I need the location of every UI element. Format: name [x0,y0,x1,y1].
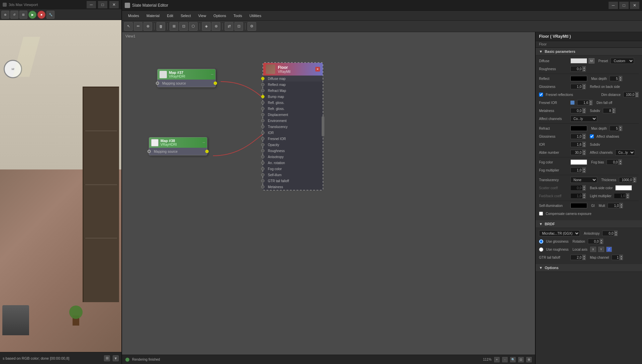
prop-refract-max-depth-input[interactable]: 5 [610,126,619,131]
prop-dim-dist-input[interactable]: 100,0 [623,92,635,97]
prop-roughness-up[interactable]: ▲ [582,66,586,69]
node-floor-close[interactable]: ✕ [315,67,320,72]
app-close-btn[interactable]: ✕ [630,2,639,9]
prop-fresnel-ior-up[interactable]: ▲ [589,100,593,103]
menu-edit[interactable]: Edit [164,12,177,19]
prop-rotation-input[interactable]: 0,0 [588,239,600,244]
prop-rotation-down[interactable]: ▼ [600,241,603,244]
prop-subdiv-up[interactable]: ▲ [612,108,616,111]
prop-mult-up[interactable]: ▲ [620,203,623,206]
prop-subdiv-down[interactable]: ▼ [612,111,616,113]
tool-arrows[interactable]: ⇄ [225,22,233,31]
viewport-tool-btn-2[interactable]: ↺ [10,11,18,19]
prop-refract-max-depth-down[interactable]: ▼ [619,128,622,131]
prop-roughness-input[interactable]: 0,0 [570,66,582,72]
prop-y-btn[interactable]: Y [598,247,604,252]
tool-delete[interactable]: 🗑 [156,22,165,31]
prop-glossiness-refract-up[interactable]: ▲ [582,134,586,136]
app-minimize-btn[interactable]: ─ [609,2,618,9]
viewport-tool-btn-1[interactable]: ⊕ [1,11,9,19]
menu-modes[interactable]: Modes [125,12,142,19]
floor-node-scrollbar[interactable] [322,116,324,136]
prop-roughness-down[interactable]: ▼ [582,69,586,72]
prop-compensate-checkbox[interactable] [539,212,543,216]
section-basic-header[interactable]: ▼ Basic parameters [536,48,642,55]
viewport-minimize-btn[interactable]: ─ [87,1,96,8]
prop-fog-bias-up[interactable]: ▲ [619,159,622,162]
tool-grid[interactable]: ⊞ [170,22,178,31]
prop-gtr-input[interactable]: 2,0 [570,255,582,260]
prop-max-depth-down[interactable]: ▼ [619,79,622,81]
section-brdf-header[interactable]: ▼ BRDF [536,220,642,228]
section-options-header[interactable]: ▼ Options [536,264,642,272]
tool-select-arrow[interactable]: ↖ [124,22,133,31]
viewport-tool-btn-3[interactable]: ⊞ [19,11,27,19]
tool-pencil[interactable]: ✏ [134,22,142,31]
prop-glossiness-refract-down[interactable]: ▼ [582,136,586,139]
prop-anisotropy-up[interactable]: ▲ [614,231,618,233]
zoom-out-btn[interactable]: - [502,357,508,362]
prop-map-channel-input[interactable]: 1 [612,255,620,260]
prop-microfacet-dropdown[interactable]: Microfac...TR (GGX) [539,230,580,236]
prop-anisotropy-input[interactable]: 0,0 [602,231,614,236]
prop-abbe-down[interactable]: ▼ [582,152,586,155]
prop-diffuse-m-btn[interactable]: M [588,58,595,64]
tool-hex[interactable]: ⬡ [189,22,198,31]
prop-glossiness-refract-input[interactable]: 1,0 [570,134,582,139]
stop-render-btn[interactable]: ■ [37,11,45,19]
menu-view[interactable]: View [195,12,210,19]
search-btn[interactable]: 🔍 [510,357,516,362]
prop-back-side-color-swatch[interactable] [615,185,632,191]
prop-ior-down[interactable]: ▼ [582,144,586,147]
prop-fog-bias-down[interactable]: ▼ [619,162,622,165]
prop-anisotropy-down[interactable]: ▼ [614,233,618,236]
prop-refract-max-depth-up[interactable]: ▲ [619,126,622,128]
prop-glossiness-reflect-input[interactable]: 1,0 [570,84,582,89]
settings-btn[interactable]: ⚙ [526,357,532,362]
prop-gtr-up[interactable]: ▲ [582,255,586,257]
menu-material[interactable]: Material [143,12,163,19]
zoom-in-btn[interactable]: + [494,357,500,362]
menu-select[interactable]: Select [177,12,194,19]
prop-thickness-down[interactable]: ▼ [633,180,636,183]
menu-utilities[interactable]: Utilities [246,12,264,19]
tool-gear[interactable]: ⚙ [247,22,256,31]
prop-affect-shadows-checkbox[interactable] [590,134,594,138]
prop-subdiv-input[interactable]: 8 [603,108,612,113]
prop-map-channel-up[interactable]: ▲ [620,255,623,257]
prop-ior-input[interactable]: 1,6 [570,142,582,147]
prop-z-btn[interactable]: Z [606,247,612,252]
prop-max-depth-input[interactable]: 5 [610,76,619,81]
prop-fresnel-checkbox[interactable] [539,93,543,97]
prop-map-channel-down[interactable]: ▼ [620,257,623,260]
tool-add[interactable]: ⊕ [143,22,152,31]
prop-glossiness-reflect-down[interactable]: ▼ [582,87,586,89]
menu-options[interactable]: Options [210,12,229,19]
prop-fog-bias-input[interactable]: 0,0 [607,159,619,165]
prop-use-roughness-radio[interactable] [539,247,543,252]
prop-dim-dist-up[interactable]: ▲ [635,92,639,95]
prop-mult-input[interactable]: 1,0 [608,203,620,208]
prop-gtr-down[interactable]: ▼ [582,257,586,260]
prop-ior-up[interactable]: ▲ [582,142,586,144]
prop-dim-dist-down[interactable]: ▼ [635,95,639,97]
prop-diffuse-swatch[interactable] [570,58,587,64]
prop-rotation-up[interactable]: ▲ [600,239,603,241]
app-maximize-btn[interactable]: □ [619,2,629,9]
prop-affect-channels-dropdown[interactable]: Co...ly [570,116,597,122]
prop-translucency-dropdown[interactable]: None [570,177,597,183]
prop-fog-color-swatch[interactable] [570,159,587,165]
prop-mult-down[interactable]: ▼ [620,206,623,208]
fit-view-btn[interactable]: ⊡ [518,357,524,362]
node-map37-collapse[interactable]: ─ [211,73,213,76]
prop-glossiness-reflect-up[interactable]: ▲ [582,84,586,87]
prop-fresnel-ior-input[interactable]: 1,6 [577,100,589,105]
prop-fresnel-ior-down[interactable]: ▼ [589,103,593,105]
prop-thickness-input[interactable]: 1000,0 [619,177,633,183]
tool-curve[interactable]: ◈ [202,22,211,31]
node-map38-collapse[interactable]: ─ [203,141,205,144]
expand-btn[interactable]: ⊞ [104,355,110,361]
prop-fog-mult-up[interactable]: ▲ [582,167,586,170]
prop-reflect-swatch[interactable] [570,76,587,81]
prop-fog-mult-input[interactable]: 1,0 [570,167,582,173]
